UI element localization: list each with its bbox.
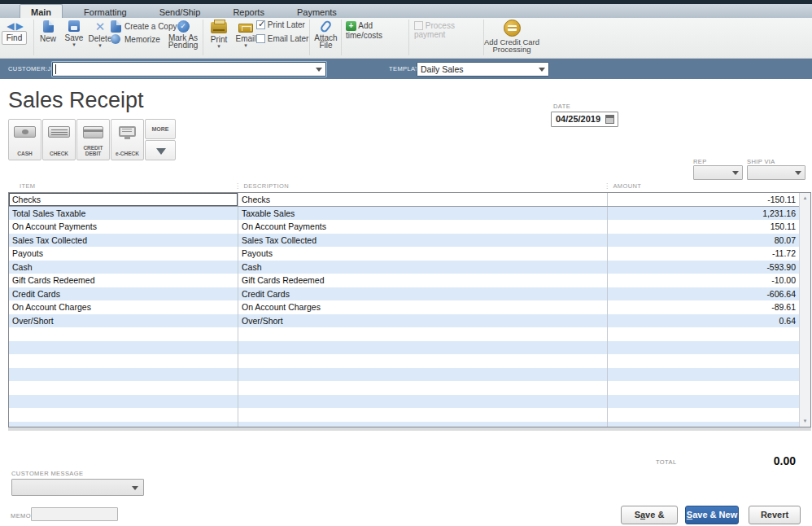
column-grip-icon[interactable]: ⋮: [234, 182, 241, 190]
memo-input[interactable]: [31, 507, 118, 521]
desc-cell[interactable]: Gift Cards Redeemed: [238, 274, 607, 287]
item-cell[interactable]: Credit Cards: [9, 287, 238, 301]
amt-cell[interactable]: -150.11: [607, 193, 800, 206]
table-row[interactable]: Credit CardsCredit Cards-606.64: [9, 287, 800, 301]
payment-more-button[interactable]: MORE: [145, 119, 176, 139]
email-button[interactable]: Email ▾: [233, 22, 259, 48]
item-cell[interactable]: [9, 395, 238, 409]
delete-dropdown-caret[interactable]: ▾: [87, 43, 113, 48]
table-row[interactable]: Sales Tax CollectedSales Tax Collected80…: [9, 234, 800, 248]
chevron-down-icon[interactable]: [732, 171, 739, 175]
chevron-down-icon[interactable]: [132, 486, 138, 490]
table-row[interactable]: Over/ShortOver/Short0.64: [9, 314, 800, 328]
item-cell[interactable]: Cash: [9, 261, 238, 274]
add-time-costs-button[interactable]: + Add time/costs: [346, 21, 411, 40]
save-dropdown-caret[interactable]: ▾: [62, 42, 86, 47]
table-row[interactable]: [9, 395, 800, 409]
back-arrow-icon[interactable]: ◀: [6, 20, 15, 32]
amt-cell[interactable]: -593.90: [607, 261, 800, 274]
table-row[interactable]: On Account ChargesOn Account Charges-89.…: [9, 300, 800, 314]
item-cell[interactable]: Payouts: [9, 247, 238, 261]
chevron-down-icon[interactable]: [539, 68, 545, 72]
amt-cell[interactable]: -11.72: [607, 247, 800, 261]
amt-cell[interactable]: -10.00: [607, 274, 800, 287]
tab-reports[interactable]: Reports: [221, 4, 276, 18]
delete-button[interactable]: ✕ Delete ▾: [87, 20, 113, 48]
desc-cell[interactable]: [238, 381, 607, 395]
ship-via-select[interactable]: [747, 165, 805, 180]
amt-cell[interactable]: [607, 341, 800, 355]
table-row[interactable]: [9, 354, 800, 368]
table-row[interactable]: CashCash-593.90: [9, 261, 800, 274]
desc-cell[interactable]: Checks: [238, 193, 607, 206]
item-cell[interactable]: Sales Tax Collected: [9, 234, 238, 248]
amt-cell[interactable]: 0.64: [607, 314, 800, 328]
chevron-down-icon[interactable]: [795, 171, 801, 175]
desc-cell[interactable]: Payouts: [238, 247, 607, 261]
save-button[interactable]: Save ▾: [62, 20, 86, 47]
desc-cell[interactable]: On Account Charges: [238, 300, 607, 314]
tab-send-ship[interactable]: Send/Ship: [148, 4, 212, 18]
amt-cell[interactable]: -89.61: [607, 300, 800, 314]
amt-cell[interactable]: 150.11: [607, 220, 800, 234]
forward-arrow-icon[interactable]: ▶: [15, 20, 24, 32]
item-cell[interactable]: [9, 381, 238, 395]
payment-more-expand-button[interactable]: [145, 140, 176, 160]
desc-cell[interactable]: Sales Tax Collected: [238, 234, 607, 248]
table-row[interactable]: [9, 408, 800, 422]
print-later-check-icon[interactable]: [256, 20, 265, 29]
mark-as-pending-button[interactable]: ✓ Mark AsPending: [164, 20, 202, 49]
attach-file-button[interactable]: AttachFile: [312, 20, 339, 49]
email-dropdown-caret[interactable]: ▾: [233, 43, 259, 48]
table-row[interactable]: Gift Cards RedeemedGift Cards Redeemed-1…: [9, 274, 800, 287]
vertical-scrollbar[interactable]: ▲ ▼: [799, 193, 810, 427]
scroll-down-icon[interactable]: ▼: [800, 416, 810, 427]
item-cell[interactable]: Over/Short: [9, 314, 238, 328]
tab-payments[interactable]: Payments: [286, 4, 348, 18]
desc-cell[interactable]: Cash: [238, 261, 607, 274]
amt-cell[interactable]: [607, 408, 800, 422]
desc-cell[interactable]: [238, 327, 607, 341]
desc-cell[interactable]: [238, 422, 607, 428]
item-cell[interactable]: [9, 354, 238, 368]
item-cell[interactable]: [9, 341, 238, 355]
save-and-close-button[interactable]: Save & Close: [621, 506, 678, 524]
amt-cell[interactable]: [607, 327, 800, 341]
payment-cash-button[interactable]: CASH: [8, 119, 41, 160]
rep-select[interactable]: [693, 165, 743, 180]
amt-cell[interactable]: [607, 354, 800, 368]
revert-button[interactable]: Revert: [749, 506, 801, 524]
amt-cell[interactable]: [607, 368, 800, 382]
item-cell[interactable]: [9, 408, 238, 422]
print-later-checkbox[interactable]: Print Later: [256, 20, 313, 29]
email-later-checkbox[interactable]: Email Later: [256, 34, 313, 43]
desc-cell[interactable]: Over/Short: [238, 314, 607, 328]
table-row[interactable]: [9, 422, 800, 428]
template-select[interactable]: Daily Sales: [417, 62, 549, 77]
table-row[interactable]: ChecksChecks-150.11: [9, 193, 800, 207]
table-row[interactable]: [9, 327, 800, 341]
customer-message-select[interactable]: [11, 479, 144, 496]
table-row[interactable]: Total Sales TaxableTaxable Sales1,231.16: [9, 207, 800, 221]
desc-cell[interactable]: Credit Cards: [238, 287, 607, 301]
new-button[interactable]: New: [36, 20, 60, 43]
desc-cell[interactable]: On Account Payments: [238, 220, 607, 234]
find-button[interactable]: Find: [2, 31, 27, 45]
item-cell[interactable]: Total Sales Taxable: [9, 207, 238, 221]
tab-main[interactable]: Main: [20, 4, 63, 18]
item-cell[interactable]: Checks: [9, 193, 238, 206]
amt-cell[interactable]: 80.07: [607, 234, 800, 248]
date-field[interactable]: 04/25/2019: [551, 112, 618, 127]
scroll-up-icon[interactable]: ▲: [800, 193, 810, 204]
payment-credit-debit-button[interactable]: CREDITDEBIT: [76, 119, 110, 160]
amt-cell[interactable]: [607, 395, 800, 409]
table-row[interactable]: On Account PaymentsOn Account Payments15…: [9, 220, 800, 234]
item-cell[interactable]: [9, 368, 238, 382]
item-cell[interactable]: [9, 327, 238, 341]
table-row[interactable]: PayoutsPayouts-11.72: [9, 247, 800, 261]
item-cell[interactable]: On Account Payments: [9, 220, 238, 234]
item-cell[interactable]: On Account Charges: [9, 300, 238, 314]
print-button[interactable]: Print ▾: [206, 22, 232, 49]
desc-cell[interactable]: [238, 368, 607, 382]
amt-cell[interactable]: -606.64: [607, 287, 800, 301]
